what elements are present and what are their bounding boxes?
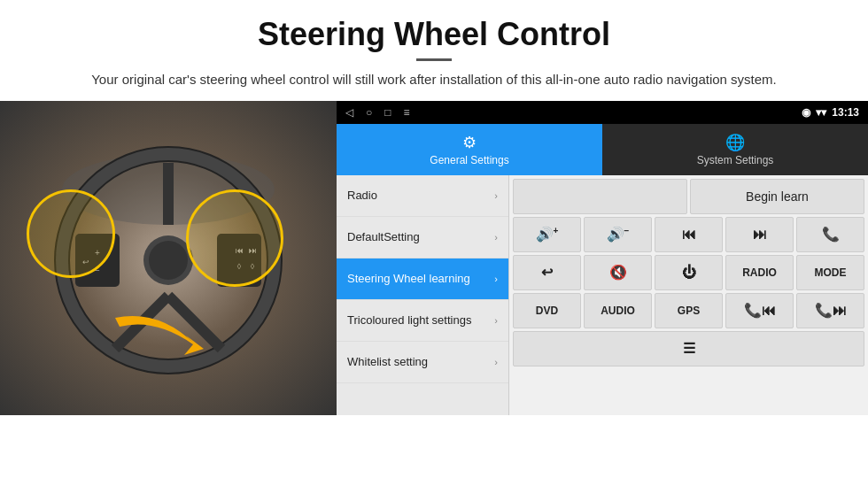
next-track-icon: ⏭ [753,227,767,243]
gps-button[interactable]: GPS [655,293,723,328]
system-settings-icon: 🌐 [725,133,745,152]
back-icon: ↩ [541,264,553,281]
status-bar: ◁ ○ □ ≡ ◉ ▾▾ 13:13 [337,101,868,124]
power-icon: ⏻ [682,265,696,281]
tab-general-label: General Settings [430,154,508,166]
chevron-radio-icon: › [494,190,498,201]
control-row-3: ↩ 🔇 ⏻ RADIO MODE [513,255,864,290]
control-grid: Begin learn 🔊+ 🔊− ⏮ ⏭ [509,175,868,415]
list-icon: ☰ [683,340,695,357]
empty-slot [513,179,687,214]
power-button[interactable]: ⏻ [655,255,723,290]
menu-item-whitelist[interactable]: Whitelist setting › [337,342,508,383]
tab-general-settings[interactable]: ⚙ General Settings [337,124,602,175]
dvd-button[interactable]: DVD [513,293,581,328]
prev-track-button[interactable]: ⏮ [655,217,723,252]
gps-label: GPS [678,305,700,317]
time-display: 13:13 [832,106,859,119]
audio-label: AUDIO [601,305,635,317]
menu-tricoloured-label: Tricoloured light settings [347,313,471,327]
nav-menu-icon[interactable]: ≡ [404,106,410,119]
radio-button[interactable]: RADIO [725,255,794,290]
phone-next-button[interactable]: 📞⏭ [796,293,864,328]
phone-icon: 📞 [822,226,840,243]
mute-button[interactable]: 🔇 [584,255,652,290]
control-row-4: DVD AUDIO GPS 📞⏮ 📞⏭ [513,293,864,328]
location-icon: ◉ [802,106,810,119]
settings-tabs: ⚙ General Settings 🌐 System Settings [337,124,868,175]
nav-back-icon[interactable]: ◁ [345,106,353,119]
dvd-label: DVD [536,305,558,317]
phone-prev-icon: 📞⏮ [744,302,776,319]
status-indicators: ◉ ▾▾ 13:13 [802,106,859,119]
vol-up-icon: 🔊+ [536,226,559,243]
nav-buttons: ◁ ○ □ ≡ [345,106,410,119]
control-row-5: ☰ [513,331,864,366]
mode-button[interactable]: MODE [796,255,864,290]
nav-home-icon[interactable]: ○ [366,106,372,119]
page-subtitle: Your original car's steering wheel contr… [35,70,833,90]
nav-recent-icon[interactable]: □ [384,106,391,119]
menu-default-label: DefaultSetting [347,230,420,243]
phone-prev-button[interactable]: 📞⏮ [725,293,794,328]
content-area: + − ↩ ⏮ ⏭ ◊ ◊ ◁ ○ □ ≡ ◉ [0,101,868,415]
menu-radio-label: Radio [347,189,377,202]
signal-icon: ▾▾ [816,106,826,119]
header-divider [416,58,452,61]
page-title: Steering Wheel Control [35,16,833,53]
page-header: Steering Wheel Control Your original car… [0,0,868,97]
chevron-default-icon: › [494,232,498,243]
prev-track-icon: ⏮ [682,227,696,243]
begin-learn-button[interactable]: Begin learn [690,179,864,214]
back-button[interactable]: ↩ [513,255,581,290]
vol-down-button[interactable]: 🔊− [584,217,652,252]
audio-button[interactable]: AUDIO [584,293,652,328]
next-track-button[interactable]: ⏭ [725,217,794,252]
highlight-circle-right [186,189,283,287]
menu-whitelist-label: Whitelist setting [347,355,428,368]
menu-item-default-setting[interactable]: DefaultSetting › [337,217,508,258]
menu-item-tricoloured[interactable]: Tricoloured light settings › [337,300,508,342]
general-settings-icon: ⚙ [462,133,477,152]
car-image-panel: + − ↩ ⏮ ⏭ ◊ ◊ [0,101,337,415]
menu-item-steering-wheel[interactable]: Steering Wheel learning › [337,258,508,300]
main-body: Radio › DefaultSetting › Steering Wheel … [337,175,868,415]
chevron-tricoloured-icon: › [494,315,498,326]
vol-down-icon: 🔊− [607,226,630,243]
arrow-svg [106,300,230,380]
chevron-whitelist-icon: › [494,357,498,367]
tab-system-settings[interactable]: 🌐 System Settings [602,124,868,175]
left-menu: Radio › DefaultSetting › Steering Wheel … [337,175,509,415]
chevron-steering-icon: › [494,274,498,284]
mute-icon: 🔇 [609,264,627,281]
menu-steering-label: Steering Wheel learning [347,272,470,285]
mode-label: MODE [815,266,847,279]
phone-next-icon: 📞⏭ [815,302,847,319]
menu-item-radio[interactable]: Radio › [337,175,508,217]
android-panel: ◁ ○ □ ≡ ◉ ▾▾ 13:13 ⚙ General Settings 🌐 … [337,101,868,415]
list-button[interactable]: ☰ [513,331,864,366]
highlight-circle-left [27,189,115,278]
radio-label: RADIO [742,266,777,279]
tab-system-label: System Settings [697,154,774,166]
svg-point-7 [149,241,188,280]
vol-up-button[interactable]: 🔊+ [513,217,581,252]
phone-button[interactable]: 📞 [796,217,864,252]
control-row-2: 🔊+ 🔊− ⏮ ⏭ 📞 [513,217,864,252]
control-row-1: Begin learn [513,179,864,214]
